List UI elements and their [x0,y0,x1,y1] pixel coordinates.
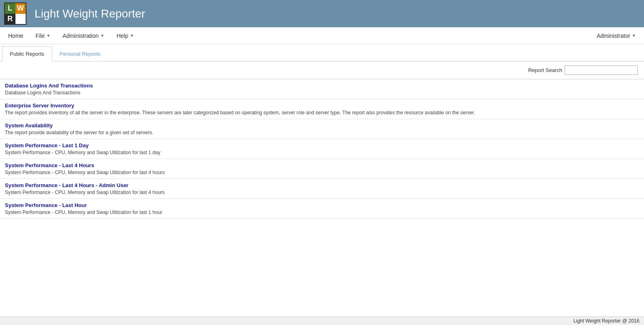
report-description: The report provide availability of the s… [5,130,639,135]
admin-user-menu[interactable]: Administrator ▼ [591,28,642,43]
app-title: Light Weight Reporter [35,7,145,20]
nav-help[interactable]: Help ▼ [110,28,140,43]
report-description: System Performance - CPU, Memory and Swa… [5,170,639,175]
report-description: The report provides inventory of all the… [5,110,639,116]
report-item: System AvailabilityThe report provide av… [0,119,644,139]
app-logo: L W R [4,2,26,25]
report-title[interactable]: System Availability [5,122,639,129]
report-description: Database Logins And Transactions [5,90,639,96]
tab-public-reports[interactable]: Public Reports [2,46,52,61]
report-item: System Performance - Last HourSystem Per… [0,199,644,219]
nav-file[interactable]: File ▼ [29,28,56,43]
search-bar: Report Search [0,61,644,79]
report-title[interactable]: System Performance - Last Hour [5,202,639,208]
navbar: Home File ▼ Administration ▼ Help ▼ Admi… [0,27,644,44]
logo-cell-empty [15,14,26,24]
logo-cell-w: W [15,3,26,14]
report-item: System Performance - Last 1 DaySystem Pe… [0,139,644,159]
report-item: System Performance - Last 4 Hours - Admi… [0,179,644,199]
reports-list: Database Logins And TransactionsDatabase… [0,79,644,219]
administration-dropdown-arrow: ▼ [100,33,105,38]
app-header: L W R Light Weight Reporter [0,0,644,27]
tab-personal-reports[interactable]: Personal Reports [52,46,108,61]
nav-home[interactable]: Home [2,28,29,43]
report-title[interactable]: System Performance - Last 1 Day [5,142,639,148]
report-title[interactable]: Database Logins And Transactions [5,83,639,89]
report-item: Enterprise Server InventoryThe report pr… [0,99,644,119]
help-dropdown-arrow: ▼ [130,33,134,38]
report-title[interactable]: System Performance - Last 4 Hours - Admi… [5,182,639,188]
search-label: Report Search [528,67,562,73]
report-title[interactable]: System Performance - Last 4 Hours [5,162,639,168]
report-title[interactable]: Enterprise Server Inventory [5,103,639,109]
search-input[interactable] [565,65,638,75]
logo-cell-r: R [5,14,15,24]
file-dropdown-arrow: ▼ [46,33,50,38]
report-description: System Performance - CPU, Memory and Swa… [5,150,639,155]
nav-administration[interactable]: Administration ▼ [57,28,111,43]
report-description: System Performance - CPU, Memory and Swa… [5,190,639,195]
admin-user-dropdown-arrow: ▼ [632,33,636,38]
report-item: System Performance - Last 4 HoursSystem … [0,159,644,179]
report-description: System Performance - CPU, Memory and Swa… [5,209,639,215]
logo-cell-l: L [5,3,15,14]
report-tabs: Public Reports Personal Reports [0,46,644,61]
report-item: Database Logins And TransactionsDatabase… [0,79,644,99]
